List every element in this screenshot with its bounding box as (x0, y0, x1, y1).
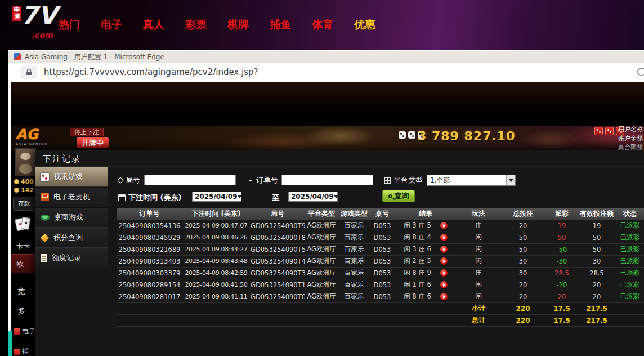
nav-item-slots[interactable]: 电子 (101, 17, 122, 32)
logo-text: 7V (21, 1, 57, 29)
lobby-item-slots[interactable]: 电子 (14, 327, 35, 336)
status-badge: 已派彩 (620, 245, 640, 253)
chevron-down-icon (238, 195, 242, 201)
modal-titlebar: 下注记录 (35, 150, 644, 167)
payout-value: 50 (558, 234, 566, 242)
nav-item-promo[interactable]: 优惠 (354, 17, 375, 32)
col-result: 结果 (395, 208, 457, 220)
nav-item-sports[interactable]: 体育 (312, 17, 333, 32)
replay-icon[interactable] (440, 293, 448, 300)
dice-icon (41, 173, 49, 181)
sidebar-item-quota-records[interactable]: 额度记录 (35, 248, 108, 268)
sidebar-item-video-games[interactable]: 视讯游戏 (35, 167, 108, 187)
site-logo[interactable]: 申博 7V .com (12, 4, 61, 47)
platform-type-value: 1.全部 (430, 176, 450, 185)
coin-icon (14, 188, 19, 193)
nav-item-fishing[interactable]: 捕鱼 (270, 17, 291, 32)
balance-amount: 3 789 827.10 (418, 129, 515, 143)
lobby-item-fishing[interactable]: 捕 (14, 347, 29, 356)
modal-sidebar: 视讯游戏 电子老虎机 桌面游戏 积分查询 额度记录 (35, 167, 108, 356)
lobby-item-jing[interactable]: 竞 (17, 286, 25, 296)
username-label: 用户名称 (618, 125, 643, 134)
subtotal-label: 小计 (457, 302, 500, 314)
lobby-item-europe[interactable]: 欧 (11, 254, 35, 273)
col-game-type: 游戏类型 (338, 208, 370, 220)
browser-window: Asia Gaming - 用户配置 1 - Microsoft Edge ht… (8, 50, 644, 356)
diamond-icon (117, 177, 123, 183)
sidebar-item-label: 视讯游戏 (53, 172, 83, 182)
coin-icon (14, 179, 19, 184)
lobby-item-label: 捕 (22, 347, 29, 356)
result-text: 闲 1 庄 6 (404, 281, 431, 289)
avatar[interactable] (15, 148, 36, 176)
date-from-select[interactable]: 2025/04/09 (192, 192, 242, 202)
sidebar-item-table-games[interactable]: 桌面游戏 (35, 207, 108, 228)
table-row: 250409080321689 2025-04-09 08:44:27 GD05… (117, 243, 644, 255)
replay-icon[interactable] (440, 234, 448, 241)
die-icon (408, 131, 415, 139)
lobby-header: AG ASIA GAMING 停止下注 开牌中 3 789 827.10 用户名… (11, 126, 644, 151)
replay-icon[interactable] (440, 269, 448, 277)
slot-machine-icon (41, 193, 49, 201)
sidebar-item-points-query[interactable]: 积分查询 (35, 228, 108, 248)
status-badge: 已派彩 (620, 221, 640, 229)
top-menu: 热门 电子 真人 彩票 棋牌 捕鱼 体育 优惠 (59, 0, 375, 50)
nav-item-live[interactable]: 真人 (143, 17, 164, 32)
ag-logo-subtext: ASIA GAMING (16, 142, 48, 146)
status-badge: 已派彩 (620, 233, 640, 241)
platform-type-select[interactable]: 1.全部 (427, 175, 516, 186)
total-label: 总计 (457, 314, 500, 326)
table-row: 250409080289154 2025-04-09 08:41:50 GD05… (117, 279, 644, 291)
replay-icon[interactable] (440, 257, 448, 265)
round-number-input[interactable] (144, 175, 236, 185)
document-icon (248, 177, 253, 184)
result-text: 闲 8 庄 9 (404, 269, 431, 277)
nav-item-cards[interactable]: 棋牌 (227, 17, 249, 32)
reload-icon[interactable] (637, 68, 644, 76)
sidebar-item-label: 额度记录 (52, 253, 81, 263)
card-icon (20, 217, 30, 230)
bet-records-modal: 下注记录 视讯游戏 电子老虎机 桌面游戏 积分查询 (35, 150, 644, 356)
date-to-value: 2025/04/09 (291, 193, 334, 201)
dealing-status: 开牌中 (77, 137, 109, 148)
tab-favicon-icon (14, 53, 21, 60)
top-nav: 申博 7V .com 热门 电子 真人 彩票 棋牌 捕鱼 体育 优惠 (0, 0, 644, 50)
bet-time-label: 下注时间 (美东) (118, 193, 181, 203)
select-dropdown-button[interactable] (506, 175, 515, 185)
search-icon (388, 194, 392, 198)
table-row: 250409080313403 2025-04-09 08:43:48 GD05… (117, 255, 644, 267)
order-number-input[interactable] (281, 175, 373, 185)
date-to-select[interactable]: 2025/04/09 (288, 192, 338, 202)
table-header-row: 订单号 下注时间 (美东) 局号 平台类型 游戏类型 桌号 结果 玩法 总投注 … (117, 208, 644, 220)
col-round: 局号 (251, 208, 305, 220)
address-bar: https://gci.7vvvvvv.com/agingame/pcv2/in… (8, 63, 644, 82)
subtotal-row: 小计 220 17.5 217.5 (117, 302, 644, 314)
logo-badge: 申博 (12, 6, 21, 21)
url-text[interactable]: https://gci.7vvvvvv.com/agingame/pcv2/in… (44, 67, 258, 77)
window-title: Asia Gaming - 用户配置 1 - Microsoft Edge (25, 52, 164, 62)
table-game-icon (41, 215, 50, 221)
table-row: 250409080345929 2025-04-09 08:46:26 GD05… (117, 232, 644, 243)
payout-value: -50 (557, 246, 567, 253)
sidebar-item-slot-machines[interactable]: 电子老虎机 (35, 187, 108, 207)
nav-item-hot[interactable]: 热门 (59, 17, 80, 32)
document-icon (41, 254, 47, 262)
lobby-item-kaka[interactable]: 卡卡 (16, 242, 30, 251)
payout-value: -20 (557, 281, 567, 289)
replay-icon[interactable] (440, 222, 448, 229)
site-info-lock-icon[interactable] (20, 66, 37, 79)
lobby-item-duo[interactable]: 多 (17, 306, 25, 317)
replay-icon[interactable] (440, 246, 448, 253)
round-number-label: 局号 (118, 175, 140, 185)
coin-count-row: 400 (14, 178, 34, 185)
nav-item-lottery[interactable]: 彩票 (185, 17, 207, 32)
replay-icon[interactable] (440, 281, 448, 288)
deposit-button[interactable]: 存款 (13, 197, 35, 211)
query-button[interactable]: 查询 (382, 190, 415, 202)
grid-icon (384, 177, 391, 184)
red-die-icon (605, 127, 614, 135)
logo-suffix: .com (32, 30, 53, 39)
coin-count-row: 142 (14, 186, 34, 194)
cards-icon[interactable] (16, 217, 33, 232)
table-row: 250409080281017 2025-04-09 08:41:11 GD05… (117, 291, 644, 302)
